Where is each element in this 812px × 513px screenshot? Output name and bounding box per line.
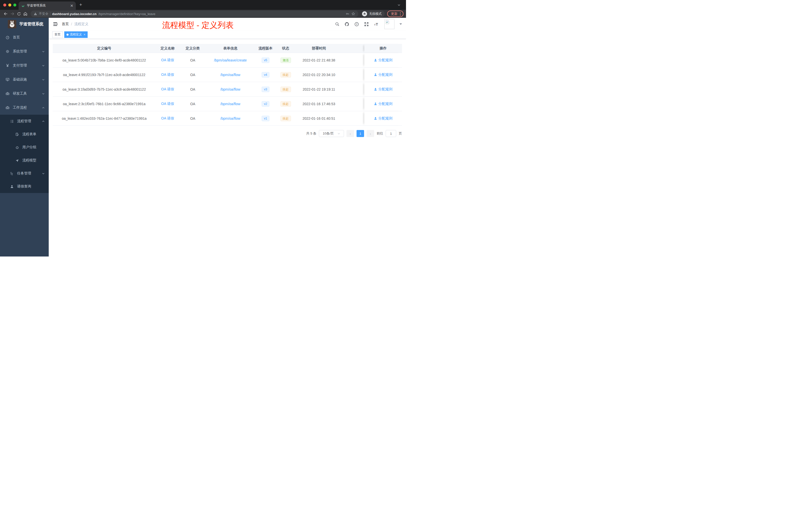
assign-rule-link[interactable]: 分配规则 bbox=[374, 116, 393, 121]
close-window-button[interactable] bbox=[3, 3, 6, 6]
help-icon[interactable]: ? bbox=[354, 22, 359, 27]
sidebar-item-process-form[interactable]: 流程表单 bbox=[0, 128, 49, 141]
monitor-icon bbox=[5, 78, 9, 82]
sidebar-item-user-group[interactable]: 用户分组 bbox=[0, 141, 49, 154]
fullscreen-icon[interactable] bbox=[364, 22, 369, 27]
status-badge: 挂起 bbox=[281, 116, 291, 121]
minimize-window-button[interactable] bbox=[8, 3, 11, 6]
zoom-window-button[interactable] bbox=[13, 3, 16, 6]
yen-icon bbox=[5, 63, 9, 67]
tag-home[interactable]: 首页 bbox=[52, 31, 63, 38]
sidebar-item-task-management[interactable]: 任务管理 bbox=[0, 167, 49, 180]
sidebar-item-system[interactable]: 系统管理 bbox=[0, 44, 49, 58]
form-link[interactable]: /bpm/oa/flow bbox=[221, 117, 240, 120]
assign-rule-link[interactable]: 分配规则 bbox=[374, 102, 393, 106]
tag-close-icon[interactable]: × bbox=[84, 33, 85, 36]
page-size-select[interactable]: 10条/页 bbox=[319, 130, 344, 137]
reload-icon[interactable] bbox=[16, 10, 22, 17]
chevron-down-icon bbox=[42, 64, 45, 67]
page-unit-label: 页 bbox=[399, 131, 402, 136]
sidebar-item-label: 流程模型 bbox=[22, 158, 36, 163]
tab-close-icon[interactable]: ✕ bbox=[70, 3, 73, 8]
security-warning-icon bbox=[34, 12, 37, 16]
sidebar-item-home[interactable]: 首页 bbox=[0, 30, 49, 44]
sidebar-item-payment[interactable]: 支付管理 bbox=[0, 58, 49, 72]
sidebar-item-process-model[interactable]: 流程模型 bbox=[0, 154, 49, 167]
sidebar-item-leave-query[interactable]: 请假查询 bbox=[0, 180, 49, 193]
select-chevron-icon bbox=[338, 132, 340, 135]
app-logo[interactable]: 芋道管理系统 bbox=[0, 18, 49, 30]
prev-page-button[interactable]: ‹ bbox=[347, 130, 354, 137]
tab-title: 芋道管理系统 bbox=[27, 3, 68, 8]
github-icon[interactable] bbox=[345, 22, 349, 27]
sidebar-item-process-management[interactable]: 流程管理 bbox=[0, 115, 49, 128]
update-button[interactable]: 更新 bbox=[387, 10, 404, 17]
omnibox-divider bbox=[50, 12, 51, 16]
toolbox-icon bbox=[5, 92, 9, 96]
col-header-status: 状态 bbox=[276, 44, 295, 53]
browser-menu-kebab-icon[interactable] bbox=[400, 12, 401, 16]
person-icon bbox=[374, 88, 377, 91]
breadcrumb-home[interactable]: 首页 bbox=[62, 22, 69, 26]
page-number-1[interactable]: 1 bbox=[356, 130, 364, 137]
page-content: 定义编号 定义名称 定义分类 表单信息 流程版本 状态 部署时间 操作 oa_l… bbox=[49, 39, 406, 256]
home-icon[interactable] bbox=[22, 10, 29, 17]
main-area: 首页 / 流程定义 流程模型 - 定义列表 ? bbox=[49, 18, 406, 256]
avatar[interactable] bbox=[384, 19, 395, 29]
sidebar-item-infrastructure[interactable]: 基础设施 bbox=[0, 72, 49, 87]
tab-search-chevron-icon[interactable] bbox=[398, 3, 401, 6]
forward-icon[interactable] bbox=[9, 10, 16, 17]
new-tab-button[interactable]: + bbox=[79, 2, 82, 7]
svg-text:T: T bbox=[374, 24, 376, 26]
assign-rule-link[interactable]: 分配规则 bbox=[374, 87, 393, 92]
font-size-icon[interactable]: TT bbox=[374, 22, 379, 27]
form-link[interactable]: /bpm/oa/flow bbox=[221, 102, 240, 106]
key-icon[interactable] bbox=[346, 12, 349, 16]
person-icon bbox=[374, 58, 377, 62]
tag-process-definition[interactable]: 流程定义 × bbox=[64, 31, 88, 38]
favicon-leaf-icon bbox=[21, 4, 25, 7]
tag-label: 首页 bbox=[55, 32, 60, 37]
assign-rule-label: 分配规则 bbox=[378, 102, 393, 106]
table-header-row: 定义编号 定义名称 定义分类 表单信息 流程版本 状态 部署时间 操作 bbox=[53, 44, 402, 53]
status-badge: 挂起 bbox=[281, 72, 291, 78]
definition-name-link[interactable]: OA 请假 bbox=[161, 87, 174, 92]
cell-category: OA bbox=[179, 111, 206, 125]
bookmark-star-icon[interactable] bbox=[351, 12, 355, 16]
form-link[interactable]: /bpm/oa/flow bbox=[221, 87, 240, 91]
definition-name-link[interactable]: OA 请假 bbox=[161, 72, 174, 77]
definition-name-link[interactable]: OA 请假 bbox=[161, 58, 174, 62]
address-bar[interactable]: 不安全 dashboard.yudao.iocoder.cn/bpm/manag… bbox=[31, 10, 358, 17]
browser-tab[interactable]: 芋道管理系统 ✕ bbox=[19, 1, 76, 10]
security-label[interactable]: 不安全 bbox=[39, 12, 49, 16]
version-badge: v4 bbox=[262, 72, 269, 78]
sidebar-item-workflow[interactable]: 工作流程 bbox=[0, 101, 49, 115]
definition-name-link[interactable]: OA 请假 bbox=[161, 102, 174, 106]
dashboard-icon bbox=[5, 35, 9, 39]
assign-rule-link[interactable]: 分配规则 bbox=[374, 72, 393, 77]
assign-rule-link[interactable]: 分配规则 bbox=[374, 58, 393, 62]
sidebar-item-label: 工作流程 bbox=[13, 105, 27, 110]
table-row: oa_leave:2:3c1f0ef1-76b1-11ec-9c66-a2380… bbox=[53, 97, 402, 111]
definition-table: 定义编号 定义名称 定义分类 表单信息 流程版本 状态 部署时间 操作 oa_l… bbox=[53, 44, 402, 126]
cell-deploy-time: 2022-01-16 17:46:53 bbox=[295, 97, 343, 111]
sidebar-item-devtools[interactable]: 研发工具 bbox=[0, 87, 49, 101]
person-icon bbox=[374, 73, 377, 76]
chevron-down-icon bbox=[42, 172, 45, 175]
definition-name-link[interactable]: OA 请假 bbox=[161, 116, 174, 121]
hamburger-icon[interactable] bbox=[53, 22, 58, 27]
search-icon[interactable] bbox=[335, 22, 340, 26]
caret-down-icon[interactable] bbox=[400, 23, 402, 25]
form-link[interactable]: /bpm/oa/leave/create bbox=[214, 58, 247, 62]
form-link[interactable]: /bpm/oa/flow bbox=[221, 73, 240, 77]
goto-page-input[interactable] bbox=[386, 130, 396, 137]
app-window: 芋道管理系统 首页 系统管理 支付管理 bbox=[0, 18, 406, 256]
window-controls bbox=[3, 3, 16, 6]
next-page-button[interactable]: › bbox=[367, 130, 374, 137]
cell-definition-id: oa_leave:3:1fad3d93-7b75-11ec-a3c8-acde4… bbox=[53, 82, 156, 96]
back-icon[interactable] bbox=[2, 10, 9, 17]
col-header-filler bbox=[343, 44, 364, 53]
browser-tabstrip: 芋道管理系统 ✕ + bbox=[0, 0, 406, 10]
url-path: /bpm/manager/definition?key=oa_leave bbox=[98, 12, 155, 16]
person-icon bbox=[374, 117, 377, 120]
